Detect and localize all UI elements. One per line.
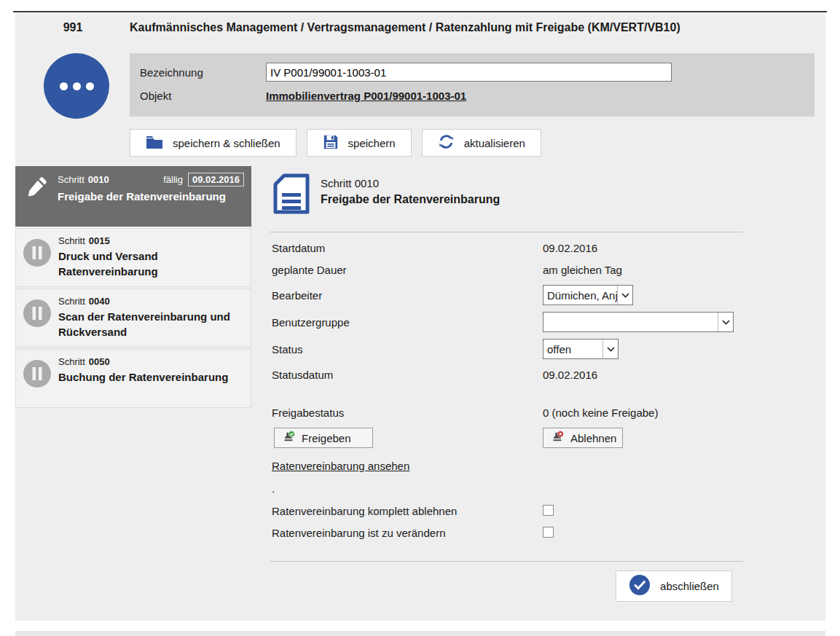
pause-icon (16, 229, 58, 286)
refresh-button[interactable]: aktualisieren (422, 129, 541, 157)
detail-step-title: Freigabe der Ratenvereinbarung (321, 193, 500, 206)
dot-text: . (272, 482, 275, 495)
geplante-dauer-label: geplante Dauer (272, 264, 347, 276)
benutzergruppe-select-value (543, 313, 718, 331)
ellipsis-dot-icon (86, 82, 94, 90)
detail-divider-bottom (270, 561, 743, 562)
workflow-avatar-ellipsis-icon[interactable] (44, 53, 109, 119)
step-label: Schritt (58, 174, 85, 185)
freigabestatus-value: 0 (noch keine Freigabe) (543, 407, 658, 419)
status-select[interactable]: offen (543, 339, 619, 359)
startdatum-label: Startdatum (272, 242, 325, 254)
benutzergruppe-label: Benutzergruppe (272, 316, 350, 329)
ellipsis-dot-icon (60, 82, 68, 90)
step-number: 0015 (89, 235, 110, 246)
pen-icon (15, 166, 58, 227)
bearbeiter-select-value: Dümichen, Anja (543, 286, 617, 305)
freigabestatus-label: Freigabestatus (272, 407, 344, 419)
startdatum-value: 09.02.2016 (543, 242, 597, 254)
bezeichnung-input[interactable] (266, 63, 672, 82)
step-number: 0040 (89, 296, 110, 307)
pause-icon (16, 350, 58, 407)
due-label: fällig (163, 174, 183, 185)
app-frame: 991 Kaufmännisches Management / Vertrags… (15, 12, 825, 621)
ellipsis-dot-icon (73, 82, 81, 90)
save-button[interactable]: speichern (307, 129, 412, 157)
document-icon (272, 173, 311, 217)
bearbeiter-select[interactable]: Dümichen, Anja (543, 285, 633, 305)
save-and-close-label: speichern & schließen (173, 137, 280, 149)
stamp-reject-icon (551, 431, 564, 446)
step-label: Schritt (58, 356, 85, 367)
ist-zu-veraendern-checkbox[interactable] (543, 527, 554, 538)
step-title: Scan der Ratenvereinbarung und Rückversa… (58, 309, 243, 339)
sidebar-step-0050[interactable]: Schritt 0050 Buchung der Ratenvereinbaru… (15, 349, 251, 408)
objekt-link[interactable]: Immobilienvertrag P001/99001-1003-01 (266, 90, 466, 102)
komplett-ablehnen-label: Ratenvereinbarung komplett ablehnen (272, 505, 457, 517)
pause-icon (16, 289, 58, 347)
sidebar-step-0015[interactable]: Schritt 0015 Druck und Versand Ratenvere… (15, 228, 251, 287)
window-number: 991 (47, 21, 98, 34)
check-circle-icon (629, 574, 651, 598)
status-label: Status (272, 343, 303, 356)
chevron-down-icon (617, 286, 632, 305)
toolbar: speichern & schließen speichern aktualis… (130, 129, 541, 157)
step-label: Schritt (58, 235, 85, 246)
geplante-dauer-value: am gleichen Tag (543, 264, 622, 276)
ist-zu-veraendern-label: Ratenvereinbarung ist zu verändern (272, 527, 445, 539)
folder-icon (146, 135, 163, 152)
bearbeiter-label: Bearbeiter (272, 289, 322, 302)
chevron-down-icon (718, 313, 733, 331)
chevron-down-icon (602, 339, 618, 358)
abschliessen-button[interactable]: abschließen (616, 570, 732, 602)
status-select-value: offen (543, 339, 602, 358)
header-form-box: Bezeichnung Objekt Immobilienvertrag P00… (130, 53, 815, 117)
step-title: Buchung der Ratenvereinbarung (58, 369, 243, 385)
sidebar-step-0010[interactable]: Schritt 0010 fällig 09.02.2016 Freigabe … (15, 166, 251, 227)
abschliessen-label: abschließen (660, 580, 719, 592)
statusdatum-label: Statusdatum (272, 369, 333, 381)
step-label: Schritt (58, 296, 85, 307)
step-number: 0050 (89, 356, 110, 367)
due-date-badge: 09.02.2016 (188, 173, 244, 187)
save-label: speichern (348, 137, 396, 149)
objekt-label: Objekt (140, 90, 266, 102)
sidebar-step-0040[interactable]: Schritt 0040 Scan der Ratenvereinbarung … (15, 288, 251, 348)
ablehnen-button[interactable]: Ablehnen (543, 428, 623, 448)
benutzergruppe-select[interactable] (543, 312, 734, 332)
statusdatum-value: 09.02.2016 (543, 369, 597, 381)
refresh-label: aktualisieren (464, 137, 525, 149)
detail-divider-top (270, 232, 743, 232)
bezeichnung-label: Bezeichnung (140, 66, 266, 79)
step-title: Druck und Versand Ratenvereinbarung (58, 248, 243, 279)
stamp-approve-icon (282, 431, 295, 446)
save-and-close-button[interactable]: speichern & schließen (130, 129, 297, 157)
step-title: Freigabe der Ratenvereinbarung (58, 189, 244, 204)
refresh-icon (438, 133, 455, 152)
page-title: Kaufmännisches Management / Vertragsmana… (130, 21, 820, 34)
footer-strip (15, 631, 825, 636)
step-number: 0010 (88, 174, 109, 185)
freigeben-label: Freigeben (302, 432, 351, 444)
ablehnen-label: Ablehnen (570, 432, 616, 444)
detail-step-label: Schritt 0010 (321, 177, 379, 189)
save-disk-icon (323, 134, 339, 152)
komplett-ablehnen-checkbox[interactable] (543, 505, 554, 516)
ratenvereinbarung-ansehen-link[interactable]: Ratenvereinbarung ansehen (272, 460, 409, 472)
freigeben-button[interactable]: Freigeben (274, 428, 373, 448)
